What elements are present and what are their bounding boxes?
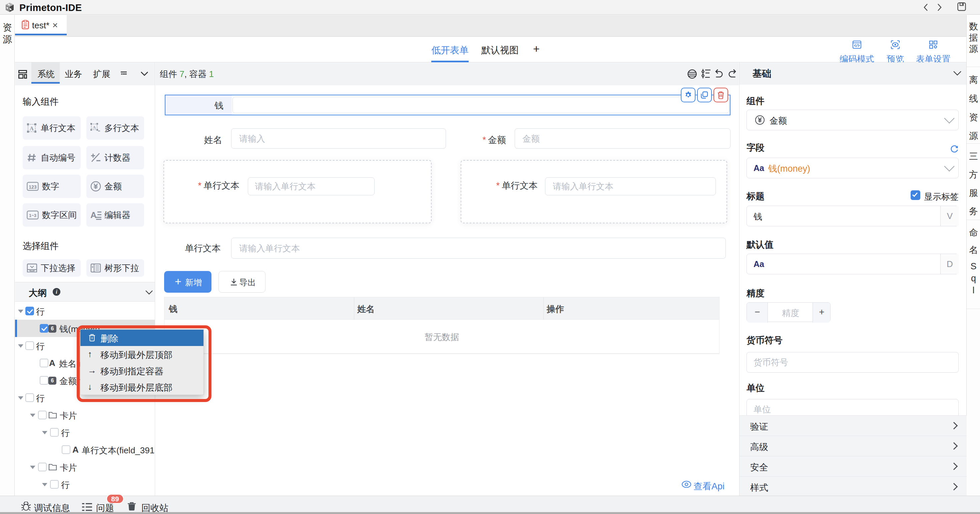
svg-text:A: A <box>30 125 34 132</box>
svg-text:A: A <box>93 125 96 130</box>
svg-text:1~3: 1~3 <box>29 213 37 218</box>
svg-text:A: A <box>91 210 97 220</box>
svg-text:123: 123 <box>29 184 37 190</box>
